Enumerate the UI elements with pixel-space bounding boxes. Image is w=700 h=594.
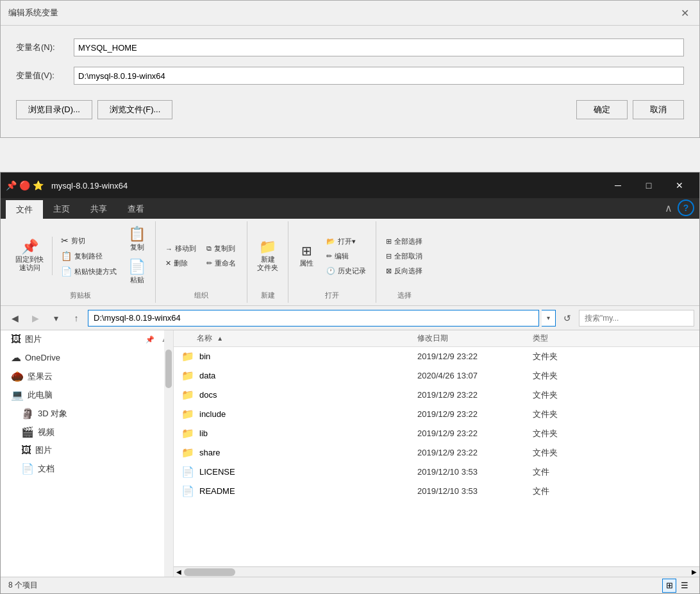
sidebar-item-label: 此电脑 [28, 389, 53, 401]
copy-to-label: 复制到 [214, 244, 235, 253]
sidebar-item-videos[interactable]: 🎬 视频 [1, 423, 173, 441]
move-to-button[interactable]: → 移动到 [161, 242, 201, 255]
col-header-name[interactable]: 名称 ▲ [174, 333, 417, 344]
sidebar-item-pictures[interactable]: 🖼 图片 [1, 441, 173, 459]
list-view-button[interactable]: ⊞ [662, 579, 676, 593]
table-row[interactable]: 📁 lib 2019/12/9 23:22 文件夹 [174, 424, 699, 443]
properties-button[interactable]: ⊞ 属性 [294, 241, 319, 271]
var-value-row: 变量值(V): [16, 67, 684, 85]
tab-share[interactable]: 共享 [80, 199, 117, 219]
file-name: LICENSE [199, 467, 235, 477]
tab-file[interactable]: 文件 [6, 200, 43, 219]
refresh-button[interactable]: ↺ [558, 310, 576, 327]
copy-path-button[interactable]: 📋 复制路径 [56, 249, 107, 263]
history-button[interactable]: 🕐 历史记录 [322, 264, 371, 278]
paste-button[interactable]: 📄 粘贴 [124, 257, 150, 288]
help-button[interactable]: ? [678, 199, 694, 216]
table-row[interactable]: 📄 README 2019/12/10 3:53 文件 [174, 482, 699, 501]
deselect-all-button[interactable]: ⊟ 全部取消 [381, 250, 427, 263]
videos-icon: 🎬 [21, 426, 34, 438]
sidebar-item-jianguoyun[interactable]: 🌰 坚果云 [1, 367, 173, 386]
dropdown-history-button[interactable]: ▾ [47, 310, 65, 327]
pin-quick-label: 固定到快速访问 [15, 255, 44, 272]
sidebar-item-documents[interactable]: 📄 文档 [1, 459, 173, 478]
col-header-date[interactable]: 修改日期 [417, 333, 533, 344]
folder-icon: 📁 [181, 408, 194, 420]
browse-dir-button[interactable]: 浏览目录(D)... [16, 100, 92, 119]
copy-to-button[interactable]: ⧉ 复制到 [202, 242, 242, 255]
address-chevron[interactable]: ▾ [542, 310, 556, 327]
file-name-cell: 📄 LICENSE [174, 466, 417, 478]
titlebar-controls: ─ □ ✕ [603, 176, 694, 195]
sidebar-item-3dobjects[interactable]: 🗿 3D 对象 [1, 404, 173, 423]
main-content: 🖼 图片 📌 ▲ ☁ OneDrive 🌰 坚果云 💻 此电脑 🗿 3D 对象 [1, 330, 699, 577]
cancel-button[interactable]: 取消 [633, 100, 684, 119]
tab-home[interactable]: 主页 [43, 199, 80, 219]
maximize-button[interactable]: □ [634, 176, 663, 195]
file-type-cell: 文件夹 [533, 428, 558, 439]
detail-view-button[interactable]: ☰ [678, 579, 692, 593]
search-input[interactable] [579, 310, 694, 327]
delete-icon: ✕ [165, 259, 171, 267]
sidebar-item-onedrive[interactable]: ☁ OneDrive [1, 348, 173, 367]
table-row[interactable]: 📁 include 2019/12/9 23:22 文件夹 [174, 405, 699, 424]
dialog-close-button[interactable]: ✕ [678, 6, 692, 20]
horizontal-scrollbar[interactable]: ◀ ▶ [174, 566, 699, 577]
organize-content: → 移动到 ⧉ 复制到 ✕ 删除 ✏ 重命名 [161, 224, 242, 288]
rename-button[interactable]: ✏ 重命名 [202, 257, 242, 270]
hscroll-left-button[interactable]: ◀ [174, 567, 184, 577]
pin-to-quick-access-button[interactable]: 📌 固定到快速访问 [11, 237, 48, 275]
yellow-star-icon: ⭐ [33, 180, 44, 191]
table-row[interactable]: 📁 bin 2019/12/9 23:22 文件夹 [174, 347, 699, 366]
forward-button[interactable]: ▶ [26, 310, 44, 327]
confirm-cancel-buttons: 确定 取消 [576, 100, 684, 119]
status-count: 8 个项目 [8, 580, 38, 591]
sidebar-scrollbar[interactable] [164, 330, 173, 577]
hscroll-right-button[interactable]: ▶ [689, 567, 699, 577]
var-name-input[interactable] [74, 38, 684, 56]
red-checkmark-icon: 🔴 [19, 180, 30, 191]
select-all-button[interactable]: ⊞ 全部选择 [381, 235, 427, 248]
paste-shortcut-button[interactable]: 📄 粘贴快捷方式 [56, 264, 121, 278]
folder-icon: 📁 [181, 389, 194, 401]
cut-button[interactable]: ✂ 剪切 [56, 233, 90, 248]
address-input[interactable] [88, 310, 539, 327]
browse-file-button[interactable]: 浏览文件(F)... [97, 100, 172, 119]
close-button[interactable]: ✕ [665, 176, 694, 195]
table-row[interactable]: 📁 data 2020/4/26 13:07 文件夹 [174, 366, 699, 386]
minimize-button[interactable]: ─ [603, 176, 633, 195]
copy-button[interactable]: 📋 复制 [124, 224, 150, 255]
table-row[interactable]: 📁 docs 2019/12/9 23:22 文件夹 [174, 386, 699, 405]
pin-quick-icon: 📌 [21, 240, 38, 254]
delete-button[interactable]: ✕ 删除 [161, 257, 201, 270]
ribbon-group-select: ⊞ 全部选择 ⊟ 全部取消 ⊠ 反向选择 选择 [376, 221, 432, 303]
open-button[interactable]: 📂 打开▾ [322, 235, 371, 248]
tab-view[interactable]: 查看 [117, 199, 154, 219]
confirm-button[interactable]: 确定 [576, 100, 628, 119]
sidebar-item-thispc[interactable]: 💻 此电脑 [1, 386, 173, 404]
invert-selection-button[interactable]: ⊠ 反向选择 [381, 264, 427, 278]
explorer-titlebar: 📌 🔴 ⭐ mysql-8.0.19-winx64 ─ □ ✕ [1, 173, 699, 198]
dialog-buttons: 浏览目录(D)... 浏览文件(F)... 确定 取消 [16, 100, 684, 119]
file-date-cell: 2019/12/10 3:53 [417, 467, 533, 477]
sidebar-item-pictures-pinned[interactable]: 🖼 图片 📌 ▲ [1, 330, 173, 348]
var-value-input[interactable] [74, 67, 684, 85]
new-folder-button[interactable]: 📁 新建文件夹 [253, 237, 283, 275]
3d-icon: 🗿 [21, 407, 34, 420]
table-row[interactable]: 📁 share 2019/12/9 23:22 文件夹 [174, 443, 699, 462]
col-header-type[interactable]: 类型 [533, 333, 610, 344]
back-button[interactable]: ◀ [6, 310, 24, 327]
edit-button[interactable]: ✏ 编辑 [322, 250, 371, 263]
ribbon-collapse-icon[interactable]: ∧ [665, 202, 672, 214]
file-icon: 📄 [181, 485, 194, 497]
titlebar-icons: 📌 🔴 ⭐ [6, 180, 44, 191]
file-name-cell: 📄 README [174, 485, 417, 497]
copy-icon: 📋 [128, 227, 146, 241]
up-button[interactable]: ↑ [67, 310, 85, 327]
dialog-body: 变量名(N): 变量值(V): 浏览目录(D)... 浏览文件(F)... 确定… [1, 26, 699, 137]
table-row[interactable]: 📄 LICENSE 2019/12/10 3:53 文件 [174, 462, 699, 482]
sidebar-item-label: 3D 对象 [38, 408, 67, 420]
ribbon: 📌 固定到快速访问 ✂ 剪切 📋 复制路径 📄 粘贴快捷方式 [1, 219, 699, 306]
file-type-cell: 文件夹 [533, 351, 558, 362]
folder-icon: 📁 [181, 369, 194, 382]
